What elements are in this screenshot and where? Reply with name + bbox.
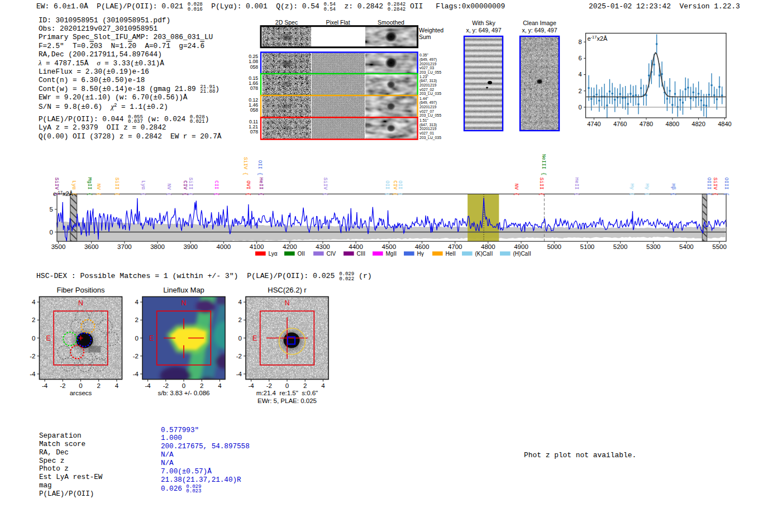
svg-text:203_LU_055: 203_LU_055 [419, 70, 441, 75]
svg-text:HeII {: HeII { [258, 178, 264, 196]
svg-text:SiII {: SiII { [114, 178, 120, 196]
svg-text:CIV: CIV [327, 251, 336, 257]
svg-text:0.35": 0.35" [419, 53, 428, 57]
svg-text:OIII {: OIII { [706, 178, 712, 196]
svg-text:m:21.4 re:1.5" s:0.6": m:21.4 re:1.5" s:0.6" [256, 390, 318, 396]
svg-text:HeII: HeII [446, 251, 456, 257]
svg-text:5000: 5000 [547, 243, 561, 250]
svg-text:2D Spec: 2D Spec [275, 19, 298, 26]
svg-text:Hγ {: Hγ { [644, 184, 650, 196]
svg-text:(H)CaII: (H)CaII [513, 251, 531, 257]
svg-text:-2: -2 [30, 353, 35, 360]
svg-text:-4: -4 [133, 371, 139, 377]
svg-text:1.44": 1.44" [419, 97, 428, 100]
svg-text:0: 0 [135, 335, 139, 342]
svg-text:SiII {: SiII { [188, 178, 194, 196]
svg-text:4760: 4760 [613, 121, 627, 127]
svg-text:4300: 4300 [316, 243, 330, 250]
svg-text:Lyα: Lyα [269, 251, 278, 257]
svg-text:0: 0 [578, 104, 581, 111]
svg-text:4: 4 [321, 382, 325, 389]
svg-text:arcsecs: arcsecs [70, 390, 92, 396]
svg-text:Hβ {: Hβ { [670, 184, 676, 196]
svg-text:20201219: 20201219 [419, 127, 436, 131]
svg-text:(K)CaII: (K)CaII [475, 251, 493, 257]
svg-text:E: E [46, 334, 51, 342]
svg-text:NV {: NV { [96, 184, 102, 196]
svg-text:x, y: 649, 497: x, y: 649, 497 [466, 27, 501, 33]
svg-text:058: 058 [250, 107, 259, 113]
svg-text:Hγ {: Hγ { [629, 184, 635, 196]
svg-text:-2: -2 [133, 353, 139, 360]
svg-text:203_LU_035: 203_LU_035 [419, 136, 441, 140]
svg-text:8: 8 [578, 39, 581, 45]
svg-text:CIV {: CIV { [182, 180, 188, 195]
svg-text:0: 0 [50, 229, 53, 236]
svg-text:203_LU_055: 203_LU_055 [419, 113, 441, 118]
svg-text:x, y: 649, 497: x, y: 649, 497 [522, 27, 557, 33]
svg-text:OII {: OII { [257, 160, 263, 175]
svg-text:5200: 5200 [613, 243, 628, 250]
svg-text:4820: 4820 [692, 121, 705, 127]
svg-text:OII: OII [298, 251, 305, 257]
svg-text:SiIV {: SiIV { [54, 178, 60, 196]
svg-text:SiIV {: SiIV { [242, 157, 249, 175]
svg-text:HeII {: HeII { [574, 178, 580, 196]
svg-text:4100: 4100 [250, 243, 264, 250]
svg-text:-2: -2 [266, 382, 272, 389]
svg-text:0: 0 [239, 335, 242, 342]
svg-text:e-17x2Å: e-17x2Å [588, 35, 608, 42]
svg-text:Lyα {: Lyα { [140, 180, 146, 195]
svg-text:4600: 4600 [415, 243, 430, 250]
svg-text:5: 5 [50, 206, 53, 213]
svg-text:Weighted: Weighted [419, 27, 444, 33]
svg-text:1.23": 1.23" [419, 75, 428, 79]
svg-text:4840: 4840 [718, 121, 731, 127]
svg-text:Pixel Flat: Pixel Flat [326, 19, 350, 26]
svg-text:s/b: 3.83 +/- 0.086: s/b: 3.83 +/- 0.086 [158, 390, 209, 396]
svg-text:2: 2 [32, 317, 35, 323]
svg-text:Lineflux Map: Lineflux Map [163, 286, 204, 294]
svg-text:4: 4 [32, 299, 36, 305]
svg-text:Smoothed: Smoothed [378, 19, 404, 26]
svg-text:3800: 3800 [150, 243, 165, 250]
svg-text:Fiber Positions: Fiber Positions [57, 286, 105, 294]
svg-text:3600: 3600 [84, 243, 99, 250]
svg-text:3900: 3900 [183, 243, 198, 250]
svg-text:HSC(26.2) r: HSC(26.2) r [268, 286, 307, 294]
svg-text:078: 078 [250, 85, 259, 91]
svg-text:3700: 3700 [117, 243, 132, 250]
svg-text:-2: -2 [163, 382, 169, 389]
svg-text:Clean Image: Clean Image [523, 20, 556, 26]
svg-text:-2: -2 [60, 382, 65, 389]
svg-text:OII {: OII { [397, 180, 403, 195]
svg-text:20201219: 20201219 [419, 83, 436, 87]
svg-text:E: E [149, 334, 154, 342]
svg-text:NV {: NV { [513, 184, 519, 196]
svg-text:4800: 4800 [481, 243, 495, 250]
svg-text:0: 0 [182, 382, 185, 389]
svg-text:CII {: CII { [213, 180, 220, 195]
svg-text:4900: 4900 [514, 243, 528, 250]
svg-text:5400: 5400 [679, 243, 694, 250]
svg-text:SiIV {: SiIV { [322, 178, 328, 196]
svg-text:-4: -4 [145, 382, 151, 389]
svg-text:4200: 4200 [283, 243, 297, 250]
svg-text:OII {: OII { [384, 180, 390, 195]
svg-text:4800: 4800 [666, 121, 679, 127]
svg-text:-4: -4 [248, 382, 254, 389]
svg-text:-2: -2 [236, 353, 242, 360]
svg-text:058: 058 [250, 64, 259, 70]
svg-text:4: 4 [115, 382, 119, 389]
svg-text:0: 0 [79, 382, 82, 389]
svg-text:078: 078 [250, 129, 259, 135]
svg-text:OIII {: OIII { [723, 178, 729, 196]
svg-text:4500: 4500 [382, 243, 397, 250]
svg-text:4740: 4740 [587, 121, 600, 127]
svg-text:3500: 3500 [51, 243, 66, 250]
svg-text:E: E [252, 334, 257, 342]
svg-text:SiII {: SiII { [538, 178, 545, 196]
svg-text:2: 2 [97, 382, 100, 389]
svg-text:4: 4 [578, 71, 581, 78]
svg-text:4000: 4000 [217, 243, 231, 250]
